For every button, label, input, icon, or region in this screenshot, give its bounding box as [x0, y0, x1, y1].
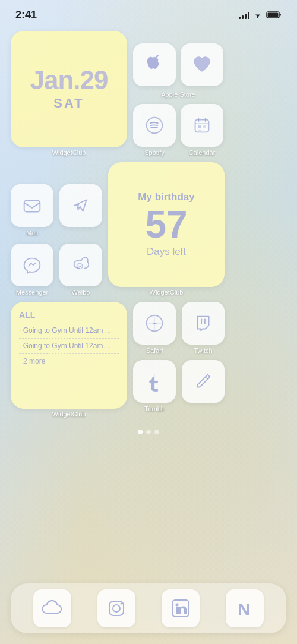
messenger-app[interactable]: Messenger — [11, 244, 53, 296]
date-text: Jan.29 — [30, 67, 108, 93]
todo-widget: ALL · Going to Gym Until 12am ... · Goin… — [11, 302, 127, 409]
dot-2 — [146, 430, 151, 434]
dot-1 — [138, 430, 143, 434]
twitch-label: Twitch — [194, 347, 212, 354]
safari-twitch-row: Safari Twitch — [133, 302, 225, 354]
todo-more: +2 more — [19, 357, 119, 365]
row-1: Jan.29 SAT WidgetClub — [11, 31, 286, 156]
svg-rect-9 — [203, 125, 206, 128]
svg-point-12 — [77, 263, 83, 269]
status-time: 2:41 — [15, 9, 37, 21]
date-widget-label: WidgetClub — [52, 149, 86, 156]
tumblr-pencil-row: Tumblr — [133, 360, 225, 413]
tumblr-label: Tumblr — [144, 405, 165, 412]
svg-rect-11 — [24, 200, 40, 211]
weibo-app[interactable]: Weibo — [59, 244, 102, 296]
page-dots — [11, 430, 286, 434]
row-2: Mail — [11, 162, 286, 296]
safari-label: Safari — [146, 347, 163, 354]
birthday-widget-label: WidgetClub — [150, 289, 184, 296]
todo-item-1: · Going to Gym Until 12am ... — [19, 323, 119, 339]
health-app[interactable] — [181, 43, 223, 86]
battery-icon — [266, 11, 282, 19]
tumblr-app[interactable]: Tumblr — [133, 360, 176, 413]
svg-rect-24 — [176, 607, 178, 614]
birthday-widget-container: My birthday 57 Days left WidgetClub — [108, 162, 225, 296]
spotify-label: Spotify — [144, 149, 165, 156]
weibo-label: Weibo — [72, 289, 90, 296]
todo-widget-label: WidgetClub — [52, 411, 86, 418]
signal-icon — [239, 11, 249, 19]
todo-item-2: · Going to Gym Until 12am ... — [19, 339, 119, 354]
apple-store-app[interactable] — [133, 43, 176, 86]
birthday-number: 57 — [145, 206, 187, 244]
messenger-weibo-row: Messenger Weibo — [11, 244, 102, 296]
svg-line-13 — [78, 266, 79, 266]
birthday-widget: My birthday 57 Days left — [108, 162, 225, 287]
date-widget: Jan.29 SAT — [11, 31, 127, 147]
todo-widget-container: ALL · Going to Gym Until 12am ... · Goin… — [11, 302, 127, 418]
day-text: SAT — [53, 96, 84, 111]
dot-3 — [154, 430, 159, 434]
icloud-dock-icon[interactable] — [33, 589, 71, 627]
apple-health-row — [133, 43, 223, 86]
pencil-app[interactable] — [182, 360, 225, 413]
todo-all: ALL — [19, 310, 119, 320]
calendar-app[interactable]: Calendar — [181, 104, 223, 156]
main-grid: Jan.29 SAT WidgetClub — [11, 26, 286, 422]
svg-rect-4 — [195, 120, 209, 132]
status-icons — [239, 11, 282, 19]
svg-rect-2 — [268, 13, 279, 17]
calendar-label: Calendar — [189, 149, 216, 156]
twitch-app[interactable]: Twitch — [182, 302, 225, 354]
date-widget-container: Jan.29 SAT WidgetClub — [11, 31, 127, 156]
telegram-app[interactable] — [59, 184, 102, 238]
svg-rect-10 — [198, 130, 201, 131]
left-apps-col: Mail — [11, 184, 102, 296]
mail-label: Mail — [26, 229, 38, 236]
svg-rect-8 — [198, 125, 201, 128]
svg-point-0 — [257, 17, 258, 18]
spotify-app[interactable]: Spotify — [133, 104, 176, 156]
netflix-dock-icon[interactable]: N — [226, 589, 264, 627]
apple-store-label: Apple Store — [133, 91, 223, 98]
spotify-cal-row: Spotify — [133, 104, 223, 156]
row-3: ALL · Going to Gym Until 12am ... · Goin… — [11, 302, 286, 418]
birthday-title: My birthday — [138, 191, 194, 203]
svg-text:N: N — [238, 599, 251, 619]
linkedin-dock-icon[interactable] — [162, 589, 200, 627]
messenger-label: Messenger — [16, 289, 48, 296]
right-apps-col: Safari Twitch — [133, 302, 225, 413]
dock: N — [11, 583, 286, 633]
wifi-icon — [252, 11, 263, 19]
mail-telegram-row: Mail — [11, 184, 102, 238]
svg-point-21 — [113, 605, 120, 612]
instagram-dock-icon[interactable] — [97, 589, 135, 627]
svg-line-14 — [80, 266, 81, 267]
safari-app[interactable]: Safari — [133, 302, 176, 354]
svg-point-22 — [121, 603, 122, 605]
apple-store-col: Apple Store Spotify — [133, 43, 223, 156]
mail-app[interactable]: Mail — [11, 184, 53, 238]
status-bar: 2:41 — [11, 0, 286, 26]
svg-point-25 — [176, 604, 179, 607]
birthday-sub: Days left — [147, 246, 186, 258]
